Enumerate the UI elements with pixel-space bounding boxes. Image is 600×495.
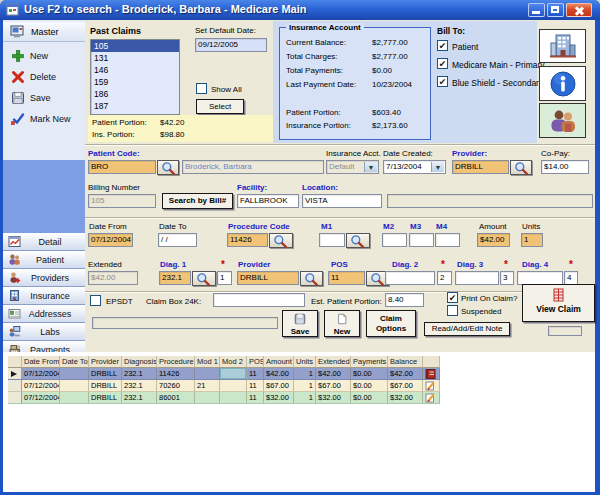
grid-cell[interactable]: 11426 xyxy=(157,368,195,380)
epsdt-checkbox[interactable] xyxy=(90,295,101,306)
grid-cell[interactable]: 11 xyxy=(247,368,264,380)
grid-cell[interactable]: 21 xyxy=(195,380,220,392)
bill-to-medicare-checkbox[interactable]: ✔ xyxy=(437,58,448,69)
grid-cell[interactable]: 1 xyxy=(294,380,316,392)
date-created-select[interactable]: 7/13/2004 ▼ xyxy=(383,160,446,174)
new-claim-button[interactable]: New xyxy=(324,310,360,337)
date-to-input[interactable]: / / xyxy=(158,233,197,247)
sidebar-item-patient[interactable]: Patient xyxy=(3,251,85,269)
view-claim-button[interactable]: View Claim xyxy=(522,284,595,322)
grid-cell[interactable]: DRBILL xyxy=(89,368,122,380)
grid-cell[interactable]: $0.00 xyxy=(351,368,388,380)
sidebar-item-providers[interactable]: Providers xyxy=(3,269,85,287)
procedure-code-input[interactable]: 11426 xyxy=(227,233,268,247)
grid-cell[interactable] xyxy=(60,392,89,404)
grid-cell[interactable]: DRBILL xyxy=(89,380,122,392)
provider2-search-button[interactable] xyxy=(300,271,323,286)
m4-input[interactable] xyxy=(435,233,460,247)
read-add-edit-note-button[interactable]: Read/Add/Edit Note xyxy=(424,322,510,336)
insurance-acct-select[interactable]: Default ▼ xyxy=(326,160,379,174)
provider2-input[interactable]: DRBILL xyxy=(237,271,299,285)
suspended-checkbox[interactable] xyxy=(447,305,458,316)
sidebar-action-new[interactable]: New xyxy=(3,48,85,64)
column-header[interactable]: Amount xyxy=(264,356,294,368)
row-selector-cell[interactable] xyxy=(8,380,22,392)
diag1-search-button[interactable] xyxy=(192,271,216,286)
grid-cell[interactable] xyxy=(220,380,247,392)
close-button[interactable] xyxy=(566,3,592,17)
amount-input[interactable]: $42.00 xyxy=(477,233,510,247)
save-claim-button[interactable]: Save xyxy=(282,310,318,337)
grid-cell[interactable]: 07/12/2004 xyxy=(22,392,60,404)
grid-cell[interactable]: $67.00 xyxy=(388,380,423,392)
column-header[interactable]: POS xyxy=(247,356,264,368)
grid-cell[interactable]: DRBILL xyxy=(89,392,122,404)
grid-cell[interactable]: 70260 xyxy=(157,380,195,392)
column-header[interactable]: Payments xyxy=(351,356,388,368)
m1-search-button[interactable] xyxy=(346,233,370,248)
provider-search-button[interactable] xyxy=(510,160,532,175)
grid-cell[interactable] xyxy=(220,392,247,404)
date-from-input[interactable]: 07/12/2004 xyxy=(88,233,133,247)
sidebar-item-labs[interactable]: Labs xyxy=(3,323,85,341)
sidebar-item-master[interactable]: Master xyxy=(3,22,85,42)
location-input[interactable]: VISTA xyxy=(302,194,382,208)
grid-cell[interactable]: 232.1 xyxy=(122,380,157,392)
bill-to-blueshield-checkbox[interactable]: ✔ xyxy=(437,76,448,87)
patient-code-input[interactable]: BRO xyxy=(88,160,156,174)
patients-button[interactable] xyxy=(539,103,586,138)
m2-input[interactable] xyxy=(382,233,407,247)
claim-options-button[interactable]: Claim Options xyxy=(366,310,416,337)
bill-to-patient-checkbox[interactable]: ✔ xyxy=(437,40,448,51)
claim-box-24k-input[interactable] xyxy=(213,293,305,307)
maximize-button[interactable] xyxy=(547,3,564,17)
diag4-input[interactable] xyxy=(517,271,563,285)
facility-info-button[interactable] xyxy=(539,29,586,63)
grid-cell[interactable]: 86001 xyxy=(157,392,195,404)
grid-cell[interactable]: 07/12/2004 xyxy=(22,368,60,380)
column-header[interactable]: Date From xyxy=(22,356,60,368)
patient-code-search-button[interactable] xyxy=(157,160,179,175)
search-by-bill-button[interactable]: Search by Bill# xyxy=(162,193,233,209)
grid-cell[interactable] xyxy=(195,392,220,404)
column-header[interactable]: Diagnosis xyxy=(122,356,157,368)
column-header[interactable]: Date To xyxy=(60,356,89,368)
grid-cell[interactable]: $42.00 xyxy=(388,368,423,380)
sidebar-action-mark-new[interactable]: Mark New xyxy=(3,111,85,127)
pos-input[interactable]: 11 xyxy=(328,271,365,285)
past-claims-item[interactable]: 105 xyxy=(91,40,179,52)
est-patient-portion-input[interactable]: 8.40 xyxy=(385,293,424,307)
grid-cell[interactable]: $67.00 xyxy=(316,380,351,392)
past-claims-item[interactable]: 159 xyxy=(91,76,179,88)
grid-cell[interactable]: 1 xyxy=(294,368,316,380)
grid-cell[interactable]: $42.00 xyxy=(316,368,351,380)
row-selector-cell[interactable] xyxy=(8,368,22,380)
copay-input[interactable]: $14.00 xyxy=(541,160,589,174)
column-header[interactable]: Provider xyxy=(89,356,122,368)
grid-cell[interactable]: 1 xyxy=(294,392,316,404)
column-header[interactable]: Units xyxy=(294,356,316,368)
grid-cell[interactable]: $0.00 xyxy=(351,380,388,392)
diag2-input[interactable] xyxy=(385,271,435,285)
row-selector-cell[interactable] xyxy=(8,392,22,404)
past-claims-item[interactable]: 131 xyxy=(91,52,179,64)
procedure-search-button[interactable] xyxy=(269,233,293,248)
past-claims-item[interactable]: 146 xyxy=(91,64,179,76)
column-header[interactable]: Mod 1 xyxy=(195,356,220,368)
column-header[interactable]: Procedure xyxy=(157,356,195,368)
diag3-input[interactable] xyxy=(455,271,499,285)
diag4-pointer-input[interactable]: 4 xyxy=(564,271,578,285)
title-bar[interactable]: Use F2 to search - Broderick, Barbara - … xyxy=(0,0,600,20)
grid-cell[interactable]: 11 xyxy=(247,392,264,404)
table-row[interactable]: 07/12/2004 DRBILL 232.1 11426 11 $42.00 … xyxy=(8,368,440,380)
column-header[interactable]: Extended xyxy=(316,356,351,368)
sidebar-action-delete[interactable]: Delete xyxy=(3,69,85,85)
grid-cell[interactable]: 232.1 xyxy=(122,392,157,404)
diag3-pointer-input[interactable]: 3 xyxy=(500,271,514,285)
grid-cell[interactable]: $42.00 xyxy=(264,368,294,380)
print-on-claim-checkbox[interactable]: ✔ xyxy=(447,292,458,303)
grid-cell[interactable] xyxy=(60,368,89,380)
show-all-checkbox[interactable] xyxy=(196,83,207,94)
grid-cell[interactable]: 232.1 xyxy=(122,368,157,380)
column-header[interactable]: Balance xyxy=(388,356,423,368)
